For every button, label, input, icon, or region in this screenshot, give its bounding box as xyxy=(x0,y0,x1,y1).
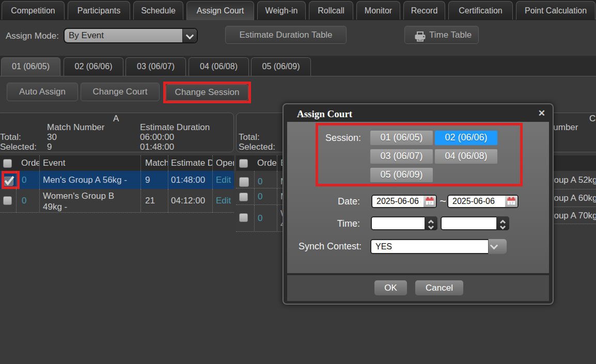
svg-text:17: 17 xyxy=(509,201,514,205)
svg-text:17: 17 xyxy=(428,201,432,205)
